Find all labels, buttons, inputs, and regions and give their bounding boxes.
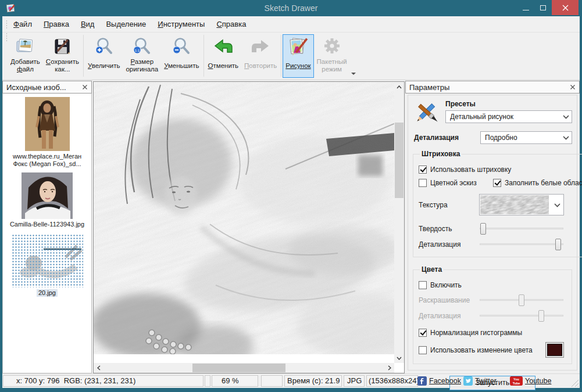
colors-detail-slider-thumb[interactable] <box>538 310 544 322</box>
batch-gear-icon <box>322 37 342 56</box>
window-resize-grip[interactable] <box>570 379 579 387</box>
fill-white-areas-checkbox[interactable] <box>493 179 501 187</box>
menu-tools[interactable]: Инструменты <box>152 17 210 31</box>
save-as-button[interactable]: Сохранить как... <box>43 34 82 78</box>
app-window: Sketch Drawer Файл Правка Вид Выделение … <box>0 0 582 392</box>
thumbnail-selected-20jpg[interactable] <box>12 234 83 287</box>
toolbar-separator <box>203 35 204 77</box>
toolbar-overflow-chevron-icon[interactable] <box>351 73 356 75</box>
redo-icon <box>251 37 270 56</box>
panel-close-icon[interactable] <box>81 83 89 91</box>
colorize-label: Раскрашивание <box>419 296 479 304</box>
window-controls <box>517 0 579 15</box>
zoom-level-status: 69 % <box>212 375 258 387</box>
add-file-icon <box>15 37 35 56</box>
thumbnail-caption-selected: 20.jpg <box>3 289 91 297</box>
save-as-label: Сохранить как... <box>46 58 79 73</box>
menu-file[interactable]: Файл <box>8 17 38 31</box>
horizontal-scrollbar[interactable] <box>94 363 394 373</box>
minimize-button[interactable] <box>517 0 534 15</box>
twitter-icon <box>463 376 473 386</box>
colors-detail-slider[interactable] <box>479 310 564 322</box>
vertical-scrollbar[interactable] <box>394 82 404 363</box>
scroll-right-arrow[interactable] <box>384 363 394 373</box>
app-body: Файл Правка Вид Выделение Инструменты Сп… <box>2 16 580 388</box>
zoom-original-button[interactable]: 1:1 Размер оригинала <box>123 34 161 78</box>
hardness-slider-thumb[interactable] <box>480 223 486 235</box>
presets-dropdown[interactable]: Детальный рисунок <box>445 110 572 123</box>
status-empty-cell <box>261 375 283 387</box>
youtube-link[interactable]: You Tube Youtube <box>510 376 551 386</box>
scroll-down-arrow[interactable] <box>394 353 404 363</box>
add-file-button[interactable]: Добавить файл <box>8 34 43 78</box>
hatching-detail-slider[interactable] <box>479 238 564 251</box>
source-images-list: www.theplace.ru_Меган Фокс (Megan Fox)_s… <box>2 93 92 373</box>
twitter-link[interactable]: Twitter <box>463 376 497 386</box>
batch-mode-button[interactable]: Пакетный режим <box>314 34 350 78</box>
menu-edit[interactable]: Правка <box>38 17 75 31</box>
vertical-scroll-thumb[interactable] <box>395 123 404 198</box>
zoom-in-label: Увеличить <box>88 62 120 70</box>
color-change-swatch[interactable] <box>545 342 564 358</box>
chevron-down-icon <box>563 115 569 119</box>
titlebar: Sketch Drawer <box>0 0 582 16</box>
toolbar-separator <box>281 35 281 77</box>
colorize-slider[interactable] <box>479 294 564 307</box>
redo-label: Повторить <box>244 62 277 70</box>
menu-selection[interactable]: Выделение <box>100 17 152 31</box>
thumbnail-caption: Camilla-Belle-1123943.jpg <box>3 221 91 228</box>
panel-close-icon[interactable] <box>569 83 577 91</box>
parameters-content: Пресеты Детальный рисунок Детализация По… <box>405 93 580 373</box>
texture-label: Текстура <box>419 201 479 209</box>
facebook-link[interactable]: Facebook <box>417 376 461 386</box>
swatch-color <box>547 344 562 356</box>
source-images-title: Исходные изоб... <box>6 83 81 92</box>
status-separator-cell <box>205 375 210 387</box>
drawing-button[interactable]: Рисунок <box>283 34 313 78</box>
source-images-panel: Исходные изоб... <box>2 81 92 373</box>
zoom-in-icon <box>94 37 114 56</box>
hardness-slider[interactable] <box>479 222 564 235</box>
colorize-slider-thumb[interactable] <box>519 294 524 306</box>
thumbnail-camilla-belle[interactable] <box>22 172 73 219</box>
image-dimensions-status: (1536x888x24) <box>366 375 418 387</box>
parameters-panel: Параметры <box>405 81 580 373</box>
parameters-header: Параметры <box>405 81 580 93</box>
normalize-histogram-checkbox[interactable] <box>419 329 427 337</box>
drawing-icon <box>288 37 308 56</box>
zoom-out-button[interactable]: Уменьшить <box>161 34 202 78</box>
main-area: Исходные изоб... <box>2 80 580 373</box>
close-button[interactable] <box>552 0 579 15</box>
use-color-change-checkbox[interactable] <box>419 346 427 354</box>
texture-dropdown[interactable] <box>479 194 564 215</box>
menu-view[interactable]: Вид <box>75 17 101 31</box>
toolbar-separator <box>83 35 84 77</box>
hardness-label: Твердость <box>419 225 479 233</box>
add-file-label: Добавить файл <box>10 58 40 73</box>
zoom-out-icon <box>172 37 191 56</box>
horizontal-scroll-thumb[interactable] <box>192 364 285 372</box>
scroll-left-arrow[interactable] <box>94 363 103 373</box>
statusbar: x: 700 y: 796 RGB: (231, 231, 231) 69 % … <box>2 373 580 388</box>
zoom-out-label: Уменьшить <box>164 62 199 70</box>
maximize-button[interactable] <box>534 0 552 15</box>
menu-help[interactable]: Справка <box>210 17 252 31</box>
thumbnail-megan-fox[interactable] <box>25 97 70 151</box>
zoom-in-button[interactable]: Увеличить <box>85 34 123 78</box>
redo-button[interactable]: Повторить <box>241 34 280 78</box>
save-as-icon <box>52 37 72 56</box>
minimize-icon <box>523 10 529 10</box>
facebook-icon <box>417 376 427 386</box>
detail-level-dropdown[interactable]: Подробно <box>480 131 572 144</box>
colors-group: Цвета Включить Раскрашивание <box>413 265 572 364</box>
scroll-up-arrow[interactable] <box>394 82 404 92</box>
undo-button[interactable]: Отменить <box>205 34 242 78</box>
enable-colors-checkbox[interactable] <box>419 281 427 289</box>
detail-level-label: Детализация <box>413 134 480 142</box>
chevron-down-icon <box>563 136 569 140</box>
color-sketch-checkbox[interactable] <box>419 179 427 187</box>
pencils-icon <box>414 101 441 125</box>
hatching-detail-slider-thumb[interactable] <box>555 239 561 250</box>
use-hatching-checkbox[interactable] <box>419 166 427 174</box>
hatching-group: Штриховка Использовать штриховку Цветной… <box>413 150 582 257</box>
